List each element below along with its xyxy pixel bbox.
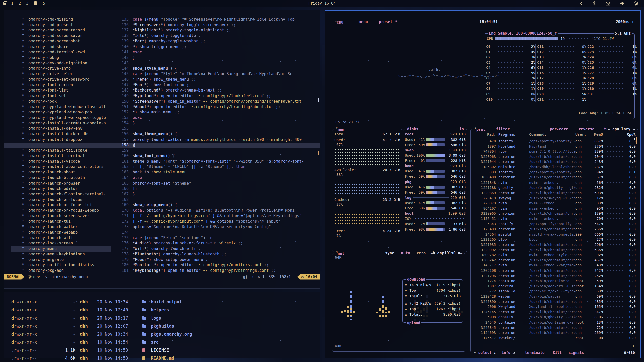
code-line[interactable]: 139 *Bar*) omarchy-toggle-waybar ;; [4, 39, 320, 44]
preset-button[interactable]: preset * [378, 20, 398, 24]
code-line[interactable]: 179 *Power*) show_setup_power_menu ;; [4, 257, 320, 263]
process-row[interactable]: 3221035chromium/usr/lib/chromium/chromdh… [473, 242, 636, 247]
auto-button[interactable]: auto [400, 251, 411, 255]
process-row[interactable]: 1897HyprlandHyprlanddhh370M0.0 [473, 144, 636, 149]
code-line[interactable]: 181 *Keybindings*) open_in_editor ~/.con… [4, 268, 320, 274]
code-line[interactable]: 137 *Nightlight*) omarchy-toggle-nightli… [4, 28, 320, 33]
process-row[interactable]: 1307dockerd/usr/bin/dockerd -H fd:root15… [473, 284, 636, 289]
proc-footer-signals[interactable]: signals [567, 351, 585, 355]
sync-button[interactable]: sync [384, 251, 395, 255]
process-row[interactable]: 3809782nvimnvim --embed style.cssdhh92M0… [473, 252, 636, 258]
process-row[interactable]: 3221296chromium/usr/lib/chromium/chromdh… [473, 273, 636, 279]
process-row[interactable]: 1221188ghostty/usr/bin/ghostty --gtk-dhh… [473, 185, 636, 190]
proc-box-title[interactable]: 4proc [474, 127, 487, 132]
process-row[interactable]: 1124693chromium/usr/lib/chromium/chromdh… [473, 330, 636, 335]
process-row[interactable]: 3830408chromium/usr/lib/chromium/chromdh… [473, 175, 636, 180]
code-line[interactable]: 175 case $(menu "Setup" "$options") in [4, 235, 320, 241]
process-row[interactable]: 1156451nvimnvim --embed .dhh70M0.0 [473, 216, 636, 221]
code-line[interactable]: 162 if [[ "$theme" = "CNCLD" || -z "$the… [4, 164, 320, 170]
mem-box-title[interactable]: 2mem [335, 127, 346, 132]
code-line[interactable]: 158} [4, 143, 320, 148]
code-line[interactable]: 176 *Audio*) omarchy-launch-or-focus-tui… [4, 241, 320, 246]
code-line[interactable]: 143 [4, 61, 320, 66]
process-row[interactable]: 1220419swaybg/usr/bin/swaybg -i /homdhh1… [473, 196, 636, 201]
process-row[interactable]: 1221848nvimnvim --embed .dhh56M0.0 [473, 180, 636, 185]
process-row[interactable]: 1125409chromium/usr/lib/chromium/chromdh… [473, 227, 636, 232]
net-box-title[interactable]: 3net [335, 251, 346, 256]
file-row[interactable]: .rw-r--r--4.6kdhh10 Nov 14:53README.md [11, 354, 315, 362]
menu-button[interactable]: menu [357, 20, 369, 24]
process-row[interactable]: 3220869chromium/usr/lib/chromium/chromdh… [473, 190, 636, 196]
code-line[interactable]: 161 theme=$(menu "Font" "$(omarchy-font-… [4, 159, 320, 164]
code-line[interactable]: 171 [ -f ~/.config/hypr/bindings.conf ] … [4, 213, 320, 219]
process-row[interactable]: 1143717nvimnvim --embed /var/tmp/pdhh43M… [473, 263, 636, 268]
code-line[interactable]: 140 *) show_trigger_menu ;; [4, 44, 320, 50]
process-row[interactable]: 3221044chromium/usr/lib/chromium/chromdh… [473, 159, 636, 164]
io-button[interactable]: io [458, 127, 465, 131]
process-row[interactable]: 1220428waybar/usr/bin/waybardhh69M0.0 [473, 294, 636, 299]
scroll-down-icon[interactable]: ↓ [632, 344, 635, 348]
code-line[interactable]: 155 [4, 126, 320, 131]
process-row[interactable]: 1221265btopbtopdhh27M0.0 [473, 237, 636, 242]
code-line[interactable]: 157 omarchy-launch-walker -m menus:omarc… [4, 137, 320, 143]
code-line[interactable]: 148 *Background*) omarchy-theme-bg-next … [4, 88, 320, 93]
code-line[interactable]: 169show_setup_menu() { [4, 202, 320, 208]
code-line[interactable]: 170 local options="◄) Audio\n≈ Wifi\nᛒ B… [4, 208, 320, 213]
code-line[interactable]: 141 esac [4, 50, 320, 55]
reverse-button[interactable]: reverse [577, 127, 596, 131]
code-line[interactable]: 172 [ -f ~/.config/hypr/input.conf ] && … [4, 219, 320, 224]
code-line[interactable]: 165 omarchy-font-set "$theme" [4, 181, 320, 186]
cpu-box-title[interactable]: 1cpu [334, 20, 345, 25]
process-row[interactable]: 3245890chromium/usr/lib/chromium/chromdh… [473, 299, 636, 304]
net-interface[interactable]: ←b enp191s0 n→ [429, 251, 464, 255]
proc-scrollbar[interactable] [636, 137, 637, 144]
code-line[interactable]: 146 *Theme*) show_theme_menu ;; [4, 77, 320, 82]
file-row[interactable]: drwxr-xr-x-dhh20 Nov 10:34pkgs.omarchy.o… [11, 330, 315, 338]
process-row[interactable]: 2006XwaylandXwayland :1 -rootless -dhh16… [473, 304, 636, 309]
code-line[interactable]: 178 *Bluetooth*) omarchy-launch-bluetoot… [4, 252, 320, 257]
process-row[interactable]: 1205108chromium/usr/lib/chromium/chromdh… [473, 268, 636, 273]
process-row[interactable]: 6772signal-d/proc/self/exe --type=rdhh56… [473, 289, 636, 294]
process-row[interactable]: 3220965chromium/usr/lib/chromium/chromdh… [473, 211, 636, 216]
code-line[interactable]: 144show_style_menu() { [4, 66, 320, 71]
code-line[interactable]: 174 [4, 230, 320, 235]
process-row[interactable]: 3246145chromium/usr/lib/chromium/chromdh… [473, 309, 636, 315]
code-line[interactable]: 164 else [4, 175, 320, 181]
code-line[interactable]: 153 esac [4, 115, 320, 121]
code-line[interactable]: 150 *Screensaver*) open_in_editor ~/.con… [4, 99, 320, 104]
proc-footer-kill[interactable]: Kill [552, 351, 563, 355]
per-core-button[interactable]: per-core [549, 127, 569, 131]
process-row[interactable]: 864107nvimnvim --embed .dhh95M0.0 [473, 206, 636, 211]
process-row[interactable]: 1175517kworker/root0B0.0 [473, 335, 636, 341]
code-line[interactable]: 145 case $(menu "Style" "◍ Theme\nᴀ Font… [4, 71, 320, 77]
process-row[interactable]: 3246345chromium/usr/lib/chromium/chromdh… [473, 325, 636, 330]
code-line[interactable]: 173 options="$options\n▸ Defaults\n⊕ DNS… [4, 224, 320, 230]
code-line[interactable]: 163 back_to show_style_menu [4, 170, 320, 175]
proc-footer-select[interactable]: ↑ select ↓ [473, 351, 497, 355]
process-row[interactable]: 24564mysqldmysqld --max-connection999666… [473, 232, 636, 237]
code-line[interactable]: 135 case $(menu "Toggle" "⊡ Screensaver\… [4, 17, 320, 22]
code-line[interactable]: 142} [4, 55, 320, 61]
file-row[interactable]: drwxr-xr-x-dhh20 Nov 12:07pkgbuilds [11, 322, 315, 330]
code-line[interactable]: 149 *Hyprland*) open_in_editor ~/.config… [4, 93, 320, 99]
code-line[interactable]: 154} [4, 121, 320, 126]
file-row[interactable]: drwxr-xr-x-dhh20 Nov 16:17logs [11, 314, 315, 322]
disks-box-title[interactable]: disks [406, 127, 420, 131]
file-row[interactable]: drwxr-xr-x-dhh20 Nov 10:34build-output [11, 298, 315, 306]
code-line[interactable]: 166 fi [4, 186, 320, 192]
process-row[interactable]: 5470spotify/opt/spotify/spotify --dhh657… [473, 139, 636, 144]
code-area[interactable]: 135 case $(menu "Toggle" "⊡ Screensaver\… [4, 17, 320, 274]
interval-control[interactable]: - 2000ms + [610, 20, 635, 24]
code-line[interactable]: 168 [4, 197, 320, 203]
process-row[interactable]: 5998ghostty/usr/bin/ghostty --gtk-dhh8.0… [473, 314, 636, 320]
code-line[interactable]: 167} [4, 192, 320, 197]
sort-control[interactable]: ← cpu lazy → [607, 127, 636, 131]
code-line[interactable]: 147 *Font*) show_font_menu ;; [4, 82, 320, 88]
code-line[interactable]: 159 [4, 148, 320, 153]
code-line[interactable]: 160show_font_menu() { [4, 153, 320, 159]
file-row[interactable]: drwxr-xr-x-dhh10 Nov 17:40helpers [11, 306, 315, 314]
process-row[interactable]: 5343spotify/opt/spotify/spotifydhh547M0.… [473, 221, 636, 227]
code-line[interactable]: 177 *Wifi*) omarchy-launch-wifi ;; [4, 246, 320, 252]
file-row[interactable]: .rw-r--r--1.1kdhh10 Nov 14:53LICENSE [11, 346, 315, 354]
process-row[interactable]: 747804rubypuma 7.1.0 (tcp://localdhh239M… [473, 149, 636, 154]
